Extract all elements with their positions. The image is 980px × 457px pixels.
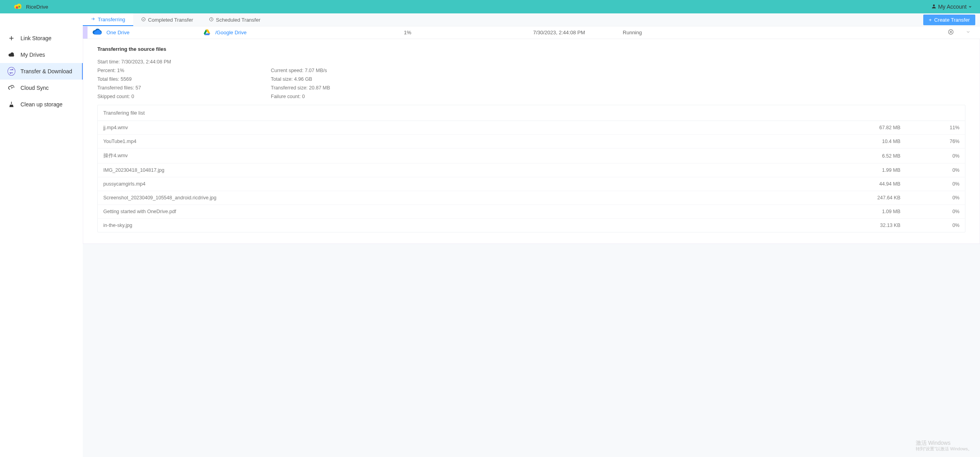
total-size-stat: Total size: 4.96 GB: [271, 76, 965, 82]
file-name: Screenshot_20230409_105548_android.ricdr…: [103, 195, 841, 201]
sidebar-item-clean-up[interactable]: Clean up storage: [0, 96, 83, 113]
file-size: 6.52 MB: [841, 153, 900, 159]
file-size: 1.99 MB: [841, 167, 900, 173]
tab-label: Scheduled Transfer: [216, 17, 261, 23]
file-percent: 0%: [900, 181, 960, 187]
file-row: IMG_20230418_104817.jpg1.99 MB0%: [98, 163, 965, 177]
file-percent: 0%: [900, 209, 960, 214]
stop-icon[interactable]: [948, 29, 954, 36]
transfer-dest-name: /Google Drive: [215, 30, 246, 35]
file-row: jj.mp4.wmv67.82 MB11%: [98, 121, 965, 135]
brand-name: RiceDrive: [26, 4, 48, 10]
file-row: Getting started with OneDrive.pdf1.09 MB…: [98, 205, 965, 219]
tab-label: Completed Transfer: [148, 17, 193, 23]
tab-completed[interactable]: Completed Transfer: [133, 13, 201, 26]
file-name: pussycamgirls.mp4: [103, 181, 841, 187]
sidebar-item-label: My Drives: [20, 52, 45, 58]
details-header: Transferring the source files: [83, 39, 980, 56]
file-row: in-the-sky.jpg32.13 KB0%: [98, 219, 965, 232]
file-row: YouTube1.mp410.4 MB76%: [98, 135, 965, 149]
file-size: 67.82 MB: [841, 125, 900, 130]
transfer-percent: 1%: [341, 30, 475, 35]
sidebar-item-transfer-download[interactable]: Transfer & Download: [0, 63, 83, 80]
row-accent: [83, 26, 88, 39]
broom-icon: [8, 101, 15, 108]
sidebar-item-label: Clean up storage: [20, 101, 63, 108]
sidebar: Link Storage My Drives Transfer & Downlo…: [0, 13, 83, 457]
svg-point-0: [16, 6, 18, 9]
sidebar-item-my-drives[interactable]: My Drives: [0, 46, 83, 63]
failure-stat: Failure count: 0: [271, 94, 965, 99]
transfer-time: 7/30/2023, 2:44:08 PM: [475, 30, 609, 35]
brand-logo-icon: [13, 2, 23, 11]
transfer-source[interactable]: One Drive: [92, 28, 203, 37]
topbar: RiceDrive My Account: [0, 0, 980, 13]
svg-point-1: [933, 4, 935, 6]
file-name: in-the-sky.jpg: [103, 223, 841, 228]
file-row: pussycamgirls.mp444.94 MB0%: [98, 177, 965, 191]
file-size: 10.4 MB: [841, 139, 900, 144]
file-percent: 0%: [900, 195, 960, 201]
total-files-stat: Total files: 5569: [97, 76, 271, 82]
tab-label: Transferring: [98, 17, 125, 22]
arrow-right-icon: [91, 17, 95, 22]
file-percent: 0%: [900, 223, 960, 228]
file-list-header: Transfering file list: [98, 105, 965, 121]
onedrive-icon: [92, 28, 102, 37]
file-name: 操作4.wmv: [103, 152, 841, 159]
file-name: IMG_20230418_104817.jpg: [103, 167, 841, 173]
sidebar-item-link-storage[interactable]: Link Storage: [0, 30, 83, 46]
transfer-row[interactable]: One Drive /Google Drive 1% 7/30/2023, 2:…: [83, 26, 980, 39]
chevron-down-icon[interactable]: [966, 30, 971, 35]
transfer-icon: [8, 68, 15, 75]
account-label: My Account: [938, 4, 967, 10]
file-name: Getting started with OneDrive.pdf: [103, 209, 841, 214]
speed-stat: Current speed: 7.07 MB/s: [271, 68, 965, 73]
transfer-status: Running: [609, 30, 656, 35]
create-transfer-button[interactable]: + Create Transfer: [923, 15, 975, 25]
file-percent: 76%: [900, 139, 960, 144]
file-list: Transfering file list jj.mp4.wmv67.82 MB…: [97, 105, 965, 232]
plus-icon: [8, 35, 15, 42]
clock-icon: [209, 17, 214, 23]
file-size: 44.94 MB: [841, 181, 900, 187]
file-percent: 0%: [900, 167, 960, 173]
sync-icon: [8, 84, 15, 91]
file-row: Screenshot_20230409_105548_android.ricdr…: [98, 191, 965, 205]
brand: RiceDrive: [13, 2, 48, 11]
file-size: 32.13 KB: [841, 223, 900, 228]
file-percent: 11%: [900, 125, 960, 130]
file-name: YouTube1.mp4: [103, 139, 841, 144]
file-name: jj.mp4.wmv: [103, 125, 841, 130]
tab-transferring[interactable]: Transferring: [83, 13, 133, 26]
account-menu[interactable]: My Account: [931, 4, 972, 10]
tabbar: Transferring Completed Transfer Schedule…: [83, 13, 980, 26]
sidebar-item-label: Link Storage: [20, 35, 52, 41]
transferred-files-stat: Transferred files: 57: [97, 85, 271, 91]
svg-point-2: [142, 17, 145, 21]
transfer-details: Transferring the source files Start time…: [83, 39, 980, 244]
transferred-size-stat: Transferred size: 20.87 MB: [271, 85, 965, 91]
user-icon: [931, 4, 937, 10]
cloud-icon: [8, 51, 15, 58]
start-time: Start time: 7/30/2023, 2:44:08 PM: [97, 59, 965, 65]
file-row: 操作4.wmv6.52 MB0%: [98, 149, 965, 163]
tab-scheduled[interactable]: Scheduled Transfer: [201, 13, 268, 26]
create-transfer-label: Create Transfer: [934, 17, 970, 23]
sidebar-item-cloud-sync[interactable]: Cloud Sync: [0, 80, 83, 96]
skipped-stat: Skipped count: 0: [97, 94, 271, 99]
file-size: 247.64 KB: [841, 195, 900, 201]
main-panel: Transferring Completed Transfer Schedule…: [83, 13, 980, 457]
check-circle-icon: [141, 17, 146, 23]
plus-icon: +: [929, 17, 932, 23]
chevron-down-icon: [968, 4, 972, 10]
percent-stat: Percent: 1%: [97, 68, 271, 73]
sidebar-item-label: Transfer & Download: [20, 68, 72, 74]
transfer-dest[interactable]: /Google Drive: [203, 28, 341, 37]
googledrive-icon: [203, 28, 211, 37]
transfer-source-name: One Drive: [106, 30, 130, 35]
file-size: 1.09 MB: [841, 209, 900, 214]
file-percent: 0%: [900, 153, 960, 159]
sidebar-item-label: Cloud Sync: [20, 85, 49, 91]
